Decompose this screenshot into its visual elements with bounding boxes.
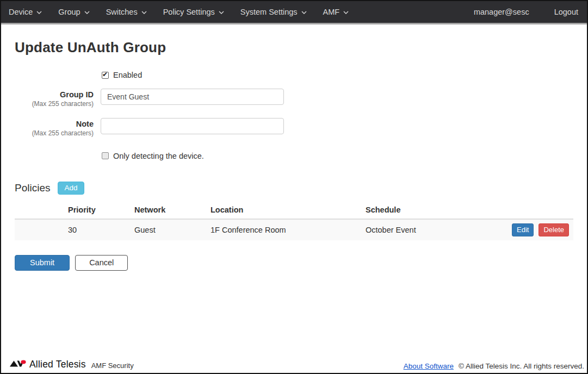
nav-item-policy-settings[interactable]: Policy Settings xyxy=(163,8,224,16)
nav-item-amf[interactable]: AMF xyxy=(323,8,349,16)
column-header-location: Location xyxy=(206,201,361,219)
chevron-down-icon xyxy=(141,10,147,14)
column-header-network: Network xyxy=(130,201,206,219)
navbar-right: manager@sesc Logout xyxy=(474,8,578,16)
group-id-field-row: Group ID (Max 255 characters) xyxy=(15,89,573,108)
note-hint: (Max 255 characters) xyxy=(15,129,94,138)
nav-item-label: AMF xyxy=(323,8,340,16)
nav-item-label: Policy Settings xyxy=(163,8,215,16)
policies-title: Policies xyxy=(15,182,50,194)
footer-legal-area: About Software © Allied Telesis Inc. All… xyxy=(404,362,584,370)
column-header-priority: Priority xyxy=(64,201,130,219)
note-label: Note xyxy=(15,119,94,129)
brand: Allied Telesis xyxy=(10,359,86,370)
page-title: Update UnAuth Group xyxy=(15,39,573,56)
column-spacer xyxy=(15,201,64,219)
page-footer: Allied Telesis AMF Security About Softwa… xyxy=(1,356,587,373)
navbar-menu: Device Group Switches Policy Settings Sy… xyxy=(9,8,365,16)
allied-telesis-logo-icon xyxy=(10,359,26,370)
copyright-text: © Allied Telesis Inc. All rights reserve… xyxy=(459,362,584,370)
only-detecting-checkbox-row: Only detecting the device. xyxy=(102,152,573,160)
nav-item-label: System Settings xyxy=(240,8,298,16)
column-header-actions xyxy=(503,201,573,219)
chevron-down-icon xyxy=(301,10,307,14)
edit-policy-button[interactable]: Edit xyxy=(512,223,534,236)
app-window: Device Group Switches Policy Settings Sy… xyxy=(0,0,588,374)
cell-spacer xyxy=(15,219,64,240)
group-id-label-col: Group ID (Max 255 characters) xyxy=(15,89,94,108)
add-policy-button[interactable]: Add xyxy=(58,182,84,195)
note-label-col: Note (Max 255 characters) xyxy=(15,118,94,138)
nav-item-switches[interactable]: Switches xyxy=(106,8,147,16)
top-navbar: Device Group Switches Policy Settings Sy… xyxy=(1,1,587,24)
nav-item-system-settings[interactable]: System Settings xyxy=(240,8,307,16)
product-name: AMF Security xyxy=(91,361,134,370)
cell-schedule: October Event xyxy=(361,219,503,240)
submit-button[interactable]: Submit xyxy=(15,255,70,271)
chevron-down-icon xyxy=(219,10,224,14)
logged-in-user: manager@sesc xyxy=(474,8,529,16)
column-header-schedule: Schedule xyxy=(361,201,503,219)
cell-actions: Edit Delete xyxy=(503,219,573,240)
cancel-button[interactable]: Cancel xyxy=(75,255,128,271)
form-actions: Submit Cancel xyxy=(15,255,573,271)
nav-item-label: Device xyxy=(9,8,33,16)
policies-table-header-row: Priority Network Location Schedule xyxy=(15,201,573,219)
delete-policy-button[interactable]: Delete xyxy=(539,223,569,236)
about-software-link[interactable]: About Software xyxy=(404,362,454,370)
policies-header: Policies Add xyxy=(15,182,573,195)
cell-network: Guest xyxy=(130,219,206,240)
only-detecting-checkbox[interactable] xyxy=(102,152,109,159)
group-id-label: Group ID xyxy=(15,90,94,99)
chevron-down-icon xyxy=(36,10,42,14)
cell-location: 1F Conference Room xyxy=(206,219,361,240)
main-content: Update UnAuth Group Enabled Group ID (Ma… xyxy=(1,39,587,271)
brand-name: Allied Telesis xyxy=(29,359,86,370)
note-field-row: Note (Max 255 characters) xyxy=(15,118,573,138)
enabled-checkbox[interactable] xyxy=(102,72,109,79)
nav-item-group[interactable]: Group xyxy=(58,8,89,16)
table-row: 30 Guest 1F Conference Room October Even… xyxy=(15,219,573,240)
cell-priority: 30 xyxy=(64,219,130,240)
nav-item-label: Switches xyxy=(106,8,138,16)
chevron-down-icon xyxy=(84,10,90,14)
note-input[interactable] xyxy=(101,118,284,134)
chevron-down-icon xyxy=(343,10,349,14)
enabled-label: Enabled xyxy=(113,71,142,79)
nav-item-label: Group xyxy=(58,8,80,16)
enabled-checkbox-row: Enabled xyxy=(102,71,573,79)
group-id-hint: (Max 255 characters) xyxy=(15,99,94,108)
footer-brand-area: Allied Telesis AMF Security xyxy=(10,359,134,370)
policies-table: Priority Network Location Schedule 30 Gu… xyxy=(15,201,573,240)
nav-item-device[interactable]: Device xyxy=(9,8,42,16)
group-id-input[interactable] xyxy=(101,89,284,105)
logout-button[interactable]: Logout xyxy=(554,8,578,16)
only-detecting-label: Only detecting the device. xyxy=(113,152,204,160)
